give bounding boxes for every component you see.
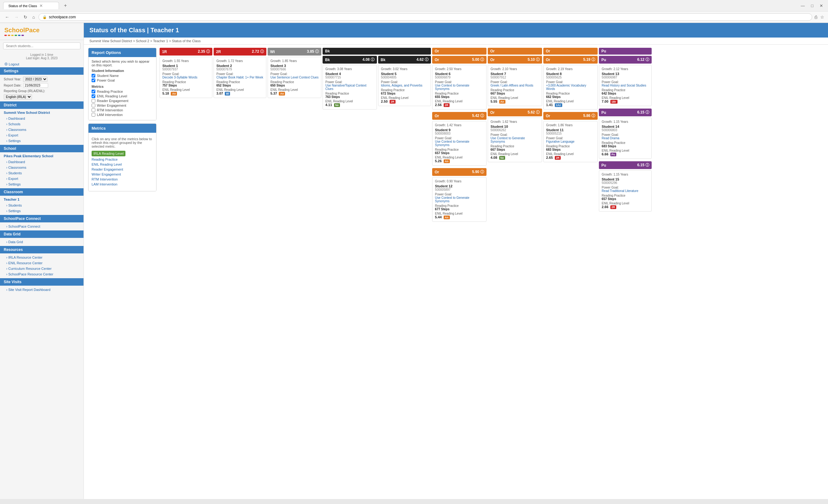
metrics-reader-engagement[interactable]: Reader Engagement — [92, 167, 153, 172]
power-goal-value-13[interactable]: Read History and Social Studies — [602, 84, 649, 87]
reporting-group-select[interactable]: English (IRLA) — [4, 94, 32, 100]
power-goal-value-15[interactable]: Read Traditional Literature — [602, 189, 649, 193]
power-goal-value-1[interactable]: Decode 3-Syllable Words — [162, 76, 210, 79]
reading-steps-8: 662 Steps — [546, 95, 595, 99]
share-icon[interactable]: ⎙ — [815, 14, 817, 19]
enil-reading-level-checkbox[interactable] — [92, 94, 95, 98]
sidebar-item-school-dashboard[interactable]: › Dashboard — [0, 159, 84, 165]
forward-button[interactable]: → — [13, 14, 20, 20]
school-year-select[interactable]: 2022 / 2023 — [23, 77, 47, 82]
sidebar-item-district-dashboard[interactable]: › Dashboard — [0, 116, 84, 121]
site-visits-header[interactable]: Site Visits — [0, 278, 84, 286]
power-goal-value-9[interactable]: Use Context to Generate Synonyms — [435, 140, 484, 147]
sidebar-item-site-visit[interactable]: › Site Visit Report Dashboard — [0, 287, 84, 292]
sidebar-item-curriculum-resource[interactable]: › Curriculum Resource Center — [0, 266, 84, 271]
logo-dot-orange — [8, 35, 10, 36]
school-section-header[interactable]: School — [0, 145, 84, 152]
sidebar-item-enil-resource[interactable]: › ENIL Resource Center — [0, 260, 84, 266]
browser-tab[interactable]: Status of the Class ✕ — [3, 2, 59, 9]
card-growth-1: Growth: 1.55 Years — [162, 59, 210, 63]
power-goal-value-2[interactable]: Chapter Book Habit: 1+ Per Week — [216, 76, 263, 79]
sidebar-item-schoolpace-resource[interactable]: › SchoolPace Resource Center — [0, 271, 84, 277]
sidebar-item-classroom-students[interactable]: › Students — [0, 202, 84, 208]
sidebar-item-school-students[interactable]: › Students — [0, 170, 84, 176]
maximize-button[interactable]: □ — [809, 3, 815, 9]
reading-practice-label-12: Reading Practice — [435, 204, 484, 208]
sidebar-item-school-settings[interactable]: › Settings — [0, 181, 84, 187]
reading-practice-label: Reading Practice — [97, 90, 123, 93]
student-name-15: Student 15 — [602, 177, 649, 181]
power-goal-value-5[interactable]: Idioms, Adages, and Proverbs — [381, 84, 428, 87]
resources-header[interactable]: Resources — [0, 246, 84, 254]
bookmark-icon[interactable]: ☆ — [820, 14, 824, 19]
metrics-writer-engagement[interactable]: Writer Engagement — [92, 172, 153, 177]
reading-practice-checkbox[interactable] — [92, 90, 95, 93]
back-button[interactable]: ← — [4, 14, 10, 20]
power-goal-value-3[interactable]: Use Sentence Level Context Clues — [271, 76, 319, 79]
logo-text: SchoolPace — [4, 27, 79, 34]
bk-sub-score-2: 4.62 ⓘ — [416, 57, 428, 62]
card-growth-11: Growth: 1.86 Years — [546, 124, 595, 127]
reader-engagement-checkbox-item: Reader Engagement — [92, 99, 153, 103]
close-window-button[interactable]: ✕ — [818, 3, 825, 9]
sidebar-item-schoolpace-connect[interactable]: › SchoolPace Connect — [0, 224, 84, 229]
or1-sub-score-3: 5.90 ⓘ — [472, 169, 484, 175]
power-goal-value-6[interactable]: Use Context to Generate Synonyms — [435, 84, 484, 91]
power-goal-value-11[interactable]: Figurative Language — [546, 140, 595, 143]
metrics-irla-reading-level[interactable]: IRLA Reading Level — [92, 151, 125, 156]
sidebar-item-district-settings[interactable]: › Settings — [0, 138, 84, 144]
bk-sub-col-1: Bk 4.08 ⓘ Growth: 3.08 Years Student 4 5… — [323, 56, 377, 109]
power-goal-label-11: Power Goal: — [546, 136, 595, 140]
logout-button[interactable]: ⦿ Logout — [4, 62, 19, 66]
refresh-button[interactable]: ↻ — [23, 14, 29, 20]
sidebar-item-data-grid[interactable]: › Data Grid — [0, 239, 84, 245]
district-section-header[interactable]: District — [0, 101, 84, 109]
enil-label-4: ENIL Reading Level — [325, 100, 374, 103]
writer-engagement-checkbox[interactable] — [92, 104, 95, 107]
sidebar-item-district-classrooms[interactable]: › Classrooms — [0, 127, 84, 132]
new-tab-button[interactable]: + — [61, 2, 69, 9]
power-goal-value-8[interactable]: +3,000 Academic Vocabulary Words — [546, 84, 595, 91]
tab-title: Status of the Class — [8, 4, 37, 8]
schoolpace-connect-header[interactable]: SchoolPace Connect — [0, 215, 84, 222]
data-grid-header[interactable]: Data Grid — [0, 230, 84, 238]
col-label-pu: Pu — [602, 49, 606, 53]
tab-close-button[interactable]: ✕ — [39, 3, 43, 8]
page-title: Status of the Class | Teacher 1 — [89, 27, 179, 34]
sidebar-item-school-export[interactable]: › Export — [0, 176, 84, 181]
enil-badge-8: 1Az — [555, 103, 562, 107]
classroom-section-header[interactable]: Classroom — [0, 188, 84, 196]
student-card-10: Growth: 1.62 Years Student 10 500006262 … — [488, 118, 542, 162]
settings-section-header[interactable]: Settings — [0, 67, 84, 75]
sidebar-item-classroom-settings[interactable]: › Settings — [0, 208, 84, 214]
power-goal-value-12[interactable]: Use Context to Generate Synonyms — [435, 196, 484, 203]
student-name-checkbox[interactable] — [92, 74, 95, 78]
sidebar-item-irla-resource[interactable]: › IRLA Resource Center — [0, 255, 84, 260]
search-input[interactable] — [3, 43, 80, 49]
power-goal-checkbox[interactable] — [92, 79, 95, 82]
metrics-enil-reading-level[interactable]: ENIL Reading Level — [92, 162, 153, 167]
sidebar-item-district-schools[interactable]: › Schools — [0, 121, 84, 127]
metrics-reading-practice[interactable]: Reading Practice — [92, 157, 153, 162]
reader-engagement-checkbox[interactable] — [92, 99, 95, 103]
power-goal-value-10[interactable]: Use Context to Generate Synonyms — [491, 136, 539, 143]
student-id-5: 500004805 — [381, 76, 428, 79]
metrics-lam-intervention[interactable]: LAM Intervention — [92, 182, 153, 187]
rtm-intervention-checkbox[interactable] — [92, 108, 95, 112]
minimize-button[interactable]: — — [799, 3, 806, 9]
report-date-input[interactable] — [23, 83, 48, 88]
power-goal-value-4[interactable]: Use Narrative/Topical Context Clues — [325, 84, 374, 91]
breadcrumb-text: Summit View School District > School 2 >… — [89, 39, 201, 43]
power-goal-value-7[interactable]: Greek / Latin Affixes and Roots — [491, 84, 539, 87]
sidebar-item-district-export[interactable]: › Export — [0, 132, 84, 138]
bk-sub-columns: Bk 4.08 ⓘ Growth: 3.08 Years Student 4 5… — [323, 56, 431, 109]
or2-sub-label-1: Or — [490, 58, 495, 62]
sidebar-item-school-classrooms[interactable]: › Classrooms — [0, 165, 84, 170]
metrics-rtm-intervention[interactable]: RTM Intervention — [92, 177, 153, 182]
reading-practice-label-5: Reading Practice — [381, 88, 428, 92]
home-button[interactable]: ⌂ — [31, 14, 36, 20]
lam-intervention-checkbox[interactable] — [92, 113, 95, 117]
power-goal-value-14[interactable]: Read Drama — [602, 136, 649, 140]
address-bar[interactable]: 🔒 schoolpace.com — [39, 13, 812, 21]
enil-badge-5: 2R — [389, 100, 396, 104]
